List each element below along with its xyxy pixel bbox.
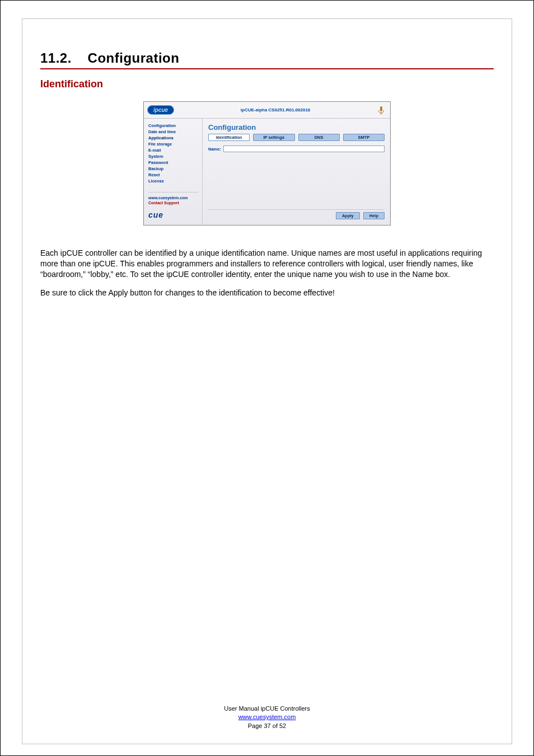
- section-title: Configuration: [88, 50, 180, 65]
- tab-ip-settings[interactable]: IP settings: [253, 134, 294, 141]
- sidebar-item-date-time[interactable]: Date and time: [148, 129, 199, 134]
- footer-link[interactable]: www.cuesystem.com: [238, 713, 296, 720]
- name-row: Name:: [208, 145, 385, 152]
- name-label: Name:: [208, 147, 221, 152]
- header-title: ipCUE-alpha CS0251.R01.002010: [174, 107, 377, 112]
- paragraph-2: Be sure to click the Apply button for ch…: [40, 288, 494, 298]
- name-input[interactable]: [223, 145, 385, 152]
- sidebar-item-configuration[interactable]: Configuration: [148, 123, 199, 128]
- paragraph-1: Each ipCUE controller can be identified …: [40, 248, 494, 280]
- footer-page: Page 37 of 52: [40, 722, 494, 730]
- sidebar-item-file-storage[interactable]: File storage: [148, 142, 199, 147]
- help-button[interactable]: Help: [363, 212, 385, 219]
- sidebar-item-password[interactable]: Password: [148, 160, 199, 165]
- app-window: ipcue ipCUE-alpha CS0251.R01.002010 Conf…: [143, 101, 391, 226]
- logo-badge: ipcue: [147, 105, 174, 115]
- section-heading: 11.2. Configuration: [40, 50, 494, 66]
- screenshot-container: ipcue ipCUE-alpha CS0251.R01.002010 Conf…: [40, 101, 494, 226]
- sidebar-footer: www.cuesystem.com Contact Support cue: [148, 192, 199, 220]
- button-row: Apply Help: [208, 209, 385, 219]
- sidebar-brand: cue: [148, 210, 199, 219]
- apply-button[interactable]: Apply: [336, 212, 360, 219]
- page-footer: User Manual ipCUE Controllers www.cuesys…: [40, 705, 494, 732]
- sidebar-item-applications[interactable]: Applications: [148, 135, 199, 140]
- sidebar-nav: Configuration Date and time Applications…: [148, 123, 199, 185]
- tab-bar: Identification IP settings DNS SMTP: [208, 134, 385, 141]
- sidebar-contact-support[interactable]: Contact Support: [148, 201, 199, 205]
- sidebar-item-reset[interactable]: Reset: [148, 172, 199, 177]
- section-number: 11.2.: [40, 50, 72, 65]
- footer-title: User Manual ipCUE Controllers: [40, 705, 494, 713]
- tab-smtp[interactable]: SMTP: [343, 134, 385, 141]
- sidebar-item-license[interactable]: License: [148, 179, 199, 184]
- app-body: Configuration Date and time Applications…: [144, 119, 390, 225]
- page-outer: 11.2. Configuration Identification ipcue…: [0, 0, 534, 756]
- app-header: ipcue ipCUE-alpha CS0251.R01.002010: [144, 102, 390, 119]
- sidebar-item-email[interactable]: E-mail: [148, 148, 199, 153]
- microphone-icon: [377, 106, 386, 115]
- main-panel: Configuration Identification IP settings…: [203, 119, 390, 225]
- sidebar: Configuration Date and time Applications…: [144, 119, 203, 225]
- tab-dns[interactable]: DNS: [298, 134, 340, 141]
- sidebar-link-cuesystem[interactable]: www.cuesystem.com: [148, 196, 199, 200]
- page-inner: 11.2. Configuration Identification ipcue…: [22, 18, 512, 744]
- sidebar-item-system[interactable]: System: [148, 154, 199, 159]
- tab-identification[interactable]: Identification: [208, 134, 250, 141]
- main-title: Configuration: [208, 123, 385, 132]
- heading-rule: [40, 68, 494, 69]
- sidebar-item-backup[interactable]: Backup: [148, 166, 199, 171]
- subsection-heading: Identification: [40, 78, 494, 90]
